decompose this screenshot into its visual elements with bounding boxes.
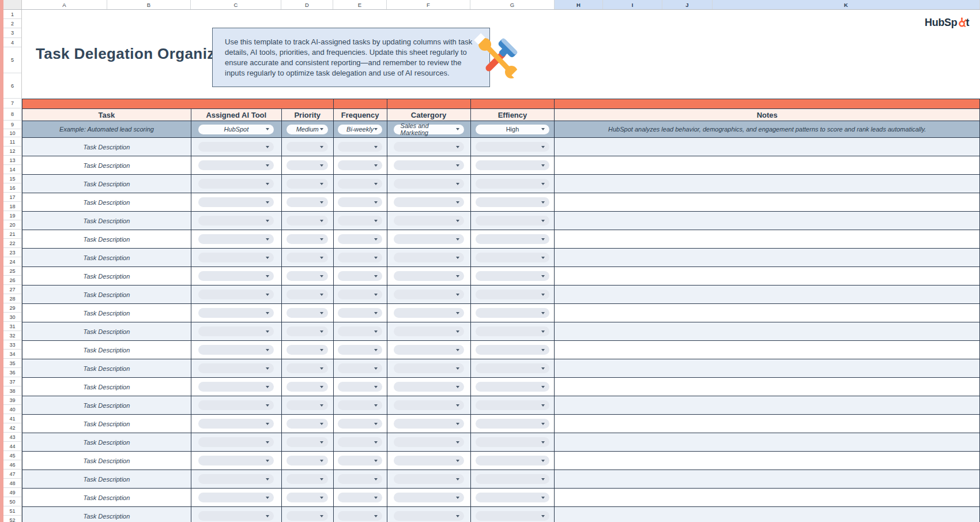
assigned-ai-tool-dropdown[interactable] — [198, 382, 274, 392]
category-dropdown[interactable] — [394, 437, 464, 447]
priority-dropdown[interactable] — [287, 308, 328, 318]
assigned-ai-tool-dropdown[interactable] — [198, 271, 274, 281]
category-dropdown[interactable] — [394, 271, 464, 281]
example-notes-cell[interactable]: HubSpot analyzes lead behavior, demograp… — [555, 121, 980, 138]
notes-cell[interactable] — [555, 359, 980, 378]
priority-dropdown[interactable] — [287, 419, 328, 429]
row-header-26[interactable]: 26 — [3, 276, 21, 285]
efficiency-dropdown[interactable] — [476, 400, 549, 410]
row-header-3[interactable]: 3 — [3, 28, 21, 38]
category-dropdown[interactable] — [394, 382, 464, 392]
select-all-corner[interactable] — [3, 0, 22, 9]
priority-dropdown[interactable] — [287, 400, 328, 410]
row-header-51[interactable]: 51 — [3, 506, 21, 516]
task-description-cell[interactable]: Task Description — [22, 156, 191, 175]
category-dropdown[interactable] — [394, 142, 464, 152]
assigned-ai-tool-dropdown[interactable] — [198, 253, 274, 262]
efficiency-dropdown[interactable] — [476, 419, 549, 429]
frequency-dropdown[interactable] — [338, 253, 382, 262]
category-dropdown[interactable] — [394, 197, 464, 207]
priority-dropdown[interactable] — [287, 290, 328, 299]
column-header-d[interactable]: D — [281, 0, 333, 9]
notes-cell[interactable] — [555, 415, 980, 433]
assigned-ai-tool-dropdown[interactable] — [198, 456, 274, 465]
row-header-21[interactable]: 21 — [3, 230, 21, 239]
efficiency-dropdown[interactable] — [476, 474, 549, 484]
assigned-ai-tool-dropdown[interactable]: HubSpot — [198, 125, 274, 134]
column-header-label-effiency[interactable]: Effiency — [471, 109, 555, 121]
assigned-ai-tool-dropdown[interactable] — [198, 511, 274, 521]
efficiency-dropdown[interactable] — [476, 197, 549, 207]
frequency-dropdown[interactable] — [338, 271, 382, 281]
example-task-cell[interactable]: Example: Automated lead scoring — [22, 121, 191, 138]
task-description-cell[interactable]: Task Description — [22, 304, 191, 322]
row-header-23[interactable]: 23 — [3, 248, 21, 257]
notes-cell[interactable] — [555, 267, 980, 286]
row-header-31[interactable]: 31 — [3, 322, 21, 331]
task-description-cell[interactable]: Task Description — [22, 286, 191, 304]
task-description-cell[interactable]: Task Description — [22, 415, 191, 433]
priority-dropdown[interactable] — [287, 345, 328, 355]
notes-cell[interactable] — [555, 452, 980, 470]
row-header-27[interactable]: 27 — [3, 285, 21, 294]
priority-dropdown[interactable] — [287, 382, 328, 392]
category-dropdown[interactable] — [394, 234, 464, 244]
notes-cell[interactable] — [555, 212, 980, 230]
category-dropdown[interactable] — [394, 363, 464, 373]
row-header-11[interactable]: 11 — [3, 137, 21, 147]
efficiency-dropdown[interactable] — [476, 142, 549, 152]
assigned-ai-tool-dropdown[interactable] — [198, 290, 274, 299]
notes-cell[interactable] — [555, 322, 980, 341]
column-header-c[interactable]: C — [191, 0, 281, 9]
efficiency-dropdown[interactable] — [476, 326, 549, 336]
accent-band-cell[interactable] — [387, 99, 471, 109]
accent-band-cell[interactable] — [22, 99, 334, 109]
priority-dropdown[interactable] — [287, 234, 328, 244]
priority-dropdown[interactable] — [287, 216, 328, 226]
efficiency-dropdown[interactable] — [476, 160, 549, 170]
column-header-j[interactable]: J — [662, 0, 713, 9]
row-header-7[interactable]: 7 — [3, 99, 21, 108]
row-header-46[interactable]: 46 — [3, 460, 21, 470]
assigned-ai-tool-dropdown[interactable] — [198, 179, 274, 189]
efficiency-dropdown[interactable] — [476, 493, 549, 502]
category-dropdown[interactable] — [394, 160, 464, 170]
notes-cell[interactable] — [555, 175, 980, 193]
assigned-ai-tool-dropdown[interactable] — [198, 400, 274, 410]
priority-dropdown[interactable] — [287, 437, 328, 447]
frequency-dropdown[interactable] — [338, 345, 382, 355]
row-header-49[interactable]: 49 — [3, 488, 21, 497]
efficiency-dropdown[interactable] — [476, 179, 549, 189]
priority-dropdown[interactable] — [287, 197, 328, 207]
accent-band-cell[interactable] — [471, 99, 555, 109]
efficiency-dropdown[interactable] — [476, 382, 549, 392]
column-header-label-priority[interactable]: Priority — [282, 109, 334, 121]
frequency-dropdown[interactable] — [338, 474, 382, 484]
row-header-20[interactable]: 20 — [3, 220, 21, 230]
efficiency-dropdown[interactable] — [476, 253, 549, 262]
notes-cell[interactable] — [555, 396, 980, 415]
assigned-ai-tool-dropdown[interactable] — [198, 197, 274, 207]
assigned-ai-tool-dropdown[interactable] — [198, 234, 274, 244]
notes-cell[interactable] — [555, 433, 980, 452]
frequency-dropdown[interactable] — [338, 456, 382, 465]
notes-cell[interactable] — [555, 470, 980, 489]
assigned-ai-tool-dropdown[interactable] — [198, 308, 274, 318]
row-header-8[interactable]: 8 — [3, 108, 21, 121]
notes-cell[interactable] — [555, 341, 980, 359]
frequency-dropdown[interactable] — [338, 142, 382, 152]
assigned-ai-tool-dropdown[interactable] — [198, 437, 274, 447]
notes-cell[interactable] — [555, 489, 980, 507]
column-header-b[interactable]: B — [107, 0, 191, 9]
row-header-50[interactable]: 50 — [3, 497, 21, 506]
row-header-38[interactable]: 38 — [3, 386, 21, 396]
efficiency-dropdown[interactable] — [476, 511, 549, 521]
frequency-dropdown[interactable] — [338, 234, 382, 244]
column-header-label-assigned-ai-tool[interactable]: Assigned AI Tool — [191, 109, 282, 121]
accent-band-cell[interactable] — [334, 99, 387, 109]
task-description-cell[interactable]: Task Description — [22, 341, 191, 359]
assigned-ai-tool-dropdown[interactable] — [198, 216, 274, 226]
efficiency-dropdown[interactable] — [476, 234, 549, 244]
frequency-dropdown[interactable]: Bi-weekly — [338, 125, 382, 134]
row-header-5[interactable]: 5 — [3, 47, 21, 73]
